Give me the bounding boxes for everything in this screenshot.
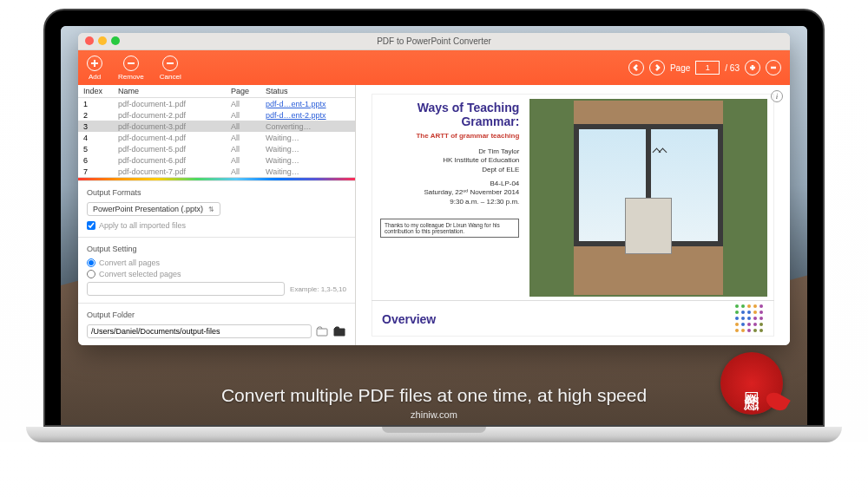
- browse-folder-button[interactable]: [332, 325, 346, 337]
- next-page-button[interactable]: [649, 60, 665, 75]
- page-label: Page: [670, 63, 690, 73]
- output-link[interactable]: pdf-d…ent-2.pptx: [266, 111, 326, 120]
- format-select[interactable]: PowerPoint Presentation (.pptx) ⇅: [87, 202, 220, 216]
- plus-icon: [87, 56, 102, 71]
- site-seal: 知您网: [720, 352, 783, 415]
- titlebar: PDF to PowerPoint Converter: [78, 33, 790, 50]
- table-row[interactable]: 3pdf-document-3.pdfAllConverting…: [78, 121, 355, 132]
- reveal-in-finder-button[interactable]: [315, 325, 329, 337]
- preview-pane: i Ways of Teaching Grammar: The ARTT of …: [356, 85, 790, 345]
- output-folder-panel: Output Folder: [78, 303, 355, 345]
- page-input[interactable]: 1: [695, 61, 720, 75]
- page-plus-button[interactable]: [745, 60, 760, 75]
- output-setting-title: Output Setting: [87, 245, 346, 253]
- time-line: 9:30 a.m. – 12:30 p.m.: [380, 198, 519, 206]
- cancel-label: Cancel: [160, 73, 181, 81]
- window-zoom-button[interactable]: [111, 36, 120, 45]
- app-window: PDF to PowerPoint Converter Add Remove C…: [78, 33, 790, 345]
- laptop-base: [26, 427, 842, 442]
- painting-image: [529, 99, 767, 297]
- output-link[interactable]: pdf-d…ent-1.pptx: [266, 100, 326, 108]
- col-index[interactable]: Index: [78, 87, 113, 95]
- thanks-box: Thanks to my colleague Dr Lixun Wang for…: [380, 219, 519, 238]
- apply-all-input[interactable]: [87, 221, 95, 230]
- room-line: B4-LP-04: [380, 180, 519, 188]
- page-range-input[interactable]: [87, 282, 285, 296]
- chevron-updown-icon: ⇅: [208, 206, 214, 213]
- slide-title: Ways of Teaching Grammar:: [380, 101, 519, 128]
- table-row[interactable]: 1pdf-document-1.pdfAllpdf-d…ent-1.pptx: [78, 98, 355, 109]
- table-row[interactable]: 4pdf-document-4.pdfAllWaiting…: [78, 132, 355, 143]
- col-status[interactable]: Status: [260, 87, 355, 95]
- remove-button[interactable]: Remove: [118, 56, 144, 81]
- dots-logo: [735, 304, 764, 333]
- cancel-button[interactable]: Cancel: [160, 56, 181, 81]
- table-header: Index Name Page Status: [78, 85, 355, 98]
- output-formats-panel: Output Formats PowerPoint Presentation (…: [78, 180, 355, 237]
- output-formats-title: Output Formats: [87, 188, 346, 197]
- table-row[interactable]: 7pdf-document-7.pdfAllWaiting…: [78, 166, 355, 177]
- file-table[interactable]: 1pdf-document-1.pdfAllpdf-d…ent-1.pptx2p…: [78, 98, 355, 178]
- table-row[interactable]: 6pdf-document-6.pdfAllWaiting…: [78, 154, 355, 166]
- output-setting-panel: Output Setting Convert all pages Convert…: [78, 237, 355, 303]
- slide-subtitle: The ARTT of grammar teaching: [380, 132, 519, 141]
- minus-icon: [123, 56, 139, 71]
- output-folder-input[interactable]: [87, 324, 312, 338]
- overview-title: Overview: [382, 312, 735, 326]
- author-line: Dr Tim Taylor: [380, 147, 519, 156]
- add-button[interactable]: Add: [87, 56, 102, 81]
- toolbar: Add Remove Cancel Page: [78, 50, 790, 85]
- convert-selected-radio[interactable]: Convert selected pages: [87, 270, 346, 278]
- window-minimize-button[interactable]: [98, 36, 107, 45]
- cancel-icon: [162, 56, 178, 71]
- tagline-text: Convert multiple PDF files at one time, …: [61, 385, 807, 406]
- remove-label: Remove: [118, 73, 144, 81]
- svg-rect-0: [317, 329, 327, 336]
- col-name[interactable]: Name: [113, 87, 226, 95]
- window-title: PDF to PowerPoint Converter: [377, 36, 491, 46]
- author-line: HK Institute of Education: [380, 156, 519, 165]
- info-button[interactable]: i: [771, 90, 783, 102]
- window-close-button[interactable]: [85, 36, 94, 45]
- table-row[interactable]: 2pdf-document-2.pdfAllpdf-d…ent-2.pptx: [78, 109, 355, 121]
- page-minus-button[interactable]: [766, 60, 781, 75]
- apply-all-checkbox[interactable]: Apply to all imported files: [87, 221, 346, 230]
- page-total: / 63: [725, 63, 740, 73]
- slide-preview: Ways of Teaching Grammar: The ARTT of gr…: [372, 94, 774, 337]
- output-folder-title: Output Folder: [87, 311, 346, 319]
- col-page[interactable]: Page: [226, 87, 260, 95]
- table-row[interactable]: 5pdf-document-5.pdfAllWaiting…: [78, 143, 355, 154]
- author-line: Dept of ELE: [380, 166, 519, 174]
- convert-all-radio[interactable]: Convert all pages: [87, 258, 346, 267]
- prev-page-button[interactable]: [628, 60, 644, 75]
- add-label: Add: [89, 73, 101, 81]
- site-text: zhiniw.com: [61, 409, 807, 420]
- range-example: Example: 1,3-5,10: [290, 285, 346, 293]
- date-line: Saturday, 22ⁿᵈ November 2014: [380, 188, 519, 197]
